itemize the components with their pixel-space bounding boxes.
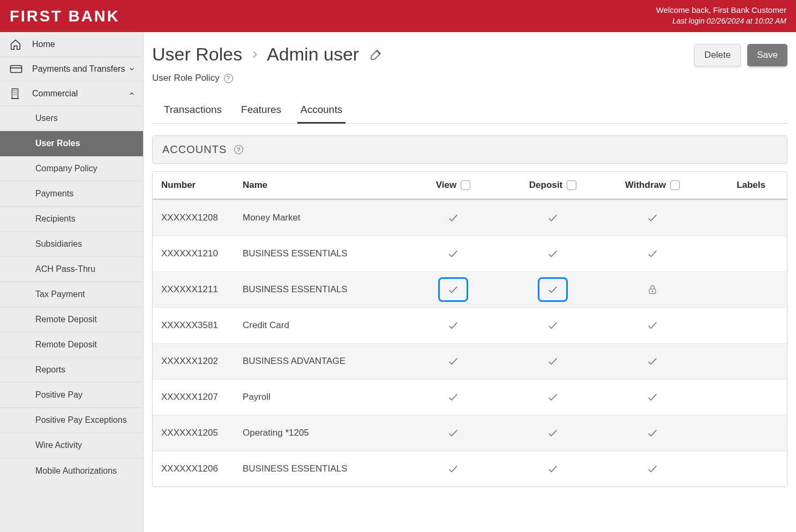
help-icon[interactable]: ? (234, 145, 243, 154)
sidebar-item-label: Commercial (32, 89, 128, 98)
sidebar-item-home[interactable]: Home (0, 32, 143, 57)
deposit-toggle[interactable] (503, 463, 603, 475)
deposit-toggle[interactable] (503, 320, 603, 331)
sidebar-subitem-company-policy[interactable]: Company Policy (0, 156, 143, 181)
view-toggle[interactable] (403, 391, 503, 403)
cell-name: Credit Card (243, 320, 403, 331)
sidebar-subitem-reports[interactable]: Reports (0, 358, 143, 383)
withdraw-toggle[interactable] (603, 320, 702, 331)
view-toggle[interactable] (403, 248, 503, 260)
table-row[interactable]: XXXXXX1211BUSINESS ESSENTIALS (153, 271, 787, 307)
breadcrumb-leaf: Admin user (267, 44, 359, 65)
deposit-toggle[interactable] (503, 355, 603, 367)
withdraw-toggle[interactable] (603, 391, 702, 403)
tabs: Transactions Features Accounts (152, 104, 787, 124)
view-toggle[interactable] (403, 427, 503, 439)
cell-name: BUSINESS ESSENTIALS (243, 284, 403, 295)
withdraw-toggle[interactable] (603, 248, 702, 260)
sidebar-subitem-recipients[interactable]: Recipients (0, 207, 143, 232)
sidebar-item-commercial[interactable]: Commercial (0, 81, 143, 106)
sidebar-item-label: Payments and Transfers (32, 64, 128, 74)
view-toggle[interactable] (403, 320, 503, 331)
main-content: User Roles Admin user Delete Save User R… (144, 32, 796, 532)
table-row[interactable]: XXXXXX3581Credit Card (153, 307, 787, 343)
sidebar-subitem-label: Mobile Authorizations (35, 466, 117, 476)
tab-accounts[interactable]: Accounts (301, 104, 342, 123)
sidebar-subitem-mobile-auth[interactable]: Mobile Authorizations (0, 458, 143, 483)
tab-transactions[interactable]: Transactions (164, 104, 222, 123)
th-view-label: View (436, 180, 456, 191)
svg-rect-2 (12, 88, 18, 98)
sidebar-subitem-positive-pay-exceptions[interactable]: Positive Pay Exceptions (0, 408, 143, 433)
sidebar-subitem-label: Remote Deposit (35, 340, 97, 349)
edit-icon[interactable] (370, 48, 382, 61)
tab-features[interactable]: Features (241, 104, 281, 123)
view-toggle[interactable] (403, 463, 503, 475)
table-row[interactable]: XXXXXX1202BUSINESS ADVANTAGE (153, 343, 787, 379)
sidebar-subitem-label: Subsidiaries (35, 239, 82, 249)
sidebar-subitem-positive-pay[interactable]: Positive Pay (0, 383, 143, 408)
breadcrumb-root[interactable]: User Roles (152, 44, 242, 65)
chevron-down-icon (128, 65, 136, 73)
sidebar-subitem-ach[interactable]: ACH Pass-Thru (0, 257, 143, 282)
table-header: Number Name View Deposit Withdraw Labels (153, 172, 787, 200)
sidebar-subitem-label: Reports (35, 365, 65, 375)
view-toggle[interactable] (403, 355, 503, 367)
deposit-all-checkbox[interactable] (567, 180, 576, 190)
th-name[interactable]: Name (243, 180, 403, 191)
view-all-checkbox[interactable] (461, 180, 470, 190)
sidebar-subitem-user-roles[interactable]: User Roles (0, 131, 143, 156)
withdraw-toggle[interactable] (603, 355, 702, 367)
sidebar: Home Payments and Transfers Commercial U… (0, 32, 144, 532)
deposit-toggle[interactable] (503, 248, 603, 260)
cell-number: XXXXXX1206 (157, 463, 243, 474)
cell-number: XXXXXX1211 (157, 284, 243, 295)
save-button[interactable]: Save (747, 44, 787, 66)
sidebar-subitem-remote-deposit-2[interactable]: Remote Deposit (0, 332, 143, 358)
table-row[interactable]: XXXXXX1207Payroll (153, 379, 787, 415)
sidebar-subitem-label: Company Policy (35, 164, 97, 173)
sidebar-subitem-users[interactable]: Users (0, 106, 143, 131)
chevron-right-icon (250, 47, 259, 63)
view-toggle[interactable] (403, 212, 503, 224)
deposit-toggle[interactable] (503, 427, 603, 439)
sidebar-subitem-label: Recipients (35, 214, 76, 224)
deposit-toggle[interactable] (538, 277, 568, 302)
header-user-info: Welcome back, First Bank Customer Last l… (656, 5, 786, 26)
svg-point-11 (652, 291, 653, 292)
sidebar-subitem-subsidiaries[interactable]: Subsidiaries (0, 232, 143, 257)
home-icon (10, 39, 25, 50)
cell-name: Money Market (243, 212, 403, 223)
sidebar-subitem-tax[interactable]: Tax Payment (0, 282, 143, 307)
withdraw-toggle[interactable] (603, 212, 702, 224)
card-icon (10, 63, 25, 75)
sidebar-subitem-label: User Roles (35, 139, 80, 148)
th-withdraw: Withdraw (603, 180, 702, 191)
deposit-toggle[interactable] (503, 212, 603, 224)
cell-number: XXXXXX1207 (157, 392, 243, 402)
th-number[interactable]: Number (157, 180, 243, 191)
help-icon[interactable]: ? (224, 74, 233, 83)
deposit-toggle[interactable] (503, 391, 603, 403)
delete-button[interactable]: Delete (694, 44, 741, 66)
sidebar-subitem-label: ACH Pass-Thru (35, 264, 95, 274)
withdraw-toggle[interactable] (603, 427, 702, 439)
accounts-table: Number Name View Deposit Withdraw Labels… (152, 171, 787, 487)
withdraw-toggle[interactable] (603, 463, 702, 475)
panel-title: ACCOUNTS (162, 143, 227, 156)
sidebar-subitem-wire-activity[interactable]: Wire Activity (0, 433, 143, 458)
th-view: View (403, 180, 503, 191)
table-row[interactable]: XXXXXX1205Operating *1205 (153, 415, 787, 451)
lock-icon (603, 284, 702, 295)
table-row[interactable]: XXXXXX1206BUSINESS ESSENTIALS (153, 451, 787, 487)
cell-number: XXXXXX1210 (157, 248, 243, 259)
view-toggle[interactable] (438, 277, 468, 302)
sidebar-subitem-payments[interactable]: Payments (0, 181, 143, 207)
table-row[interactable]: XXXXXX1210BUSINESS ESSENTIALS (153, 235, 787, 271)
th-withdraw-label: Withdraw (625, 180, 666, 191)
sidebar-subitem-remote-deposit-1[interactable]: Remote Deposit (0, 307, 143, 332)
withdraw-all-checkbox[interactable] (670, 180, 680, 190)
sidebar-item-payments-transfers[interactable]: Payments and Transfers (0, 57, 143, 81)
table-row[interactable]: XXXXXX1208Money Market (153, 200, 787, 235)
sidebar-subitem-label: Payments (35, 189, 73, 199)
